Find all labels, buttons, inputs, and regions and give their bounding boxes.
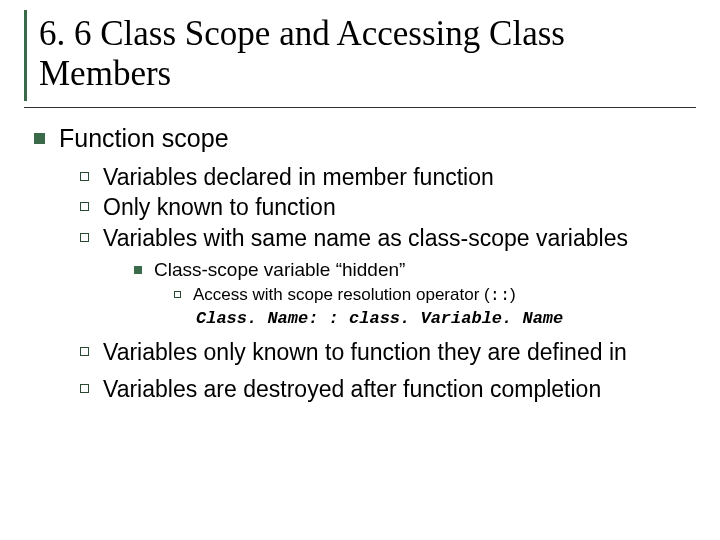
list-item: Variables are destroyed after function c… bbox=[80, 375, 696, 404]
hollow-square-bullet-icon bbox=[80, 202, 89, 211]
title-accent-bar: 6. 6 Class Scope and Accessing Class Mem… bbox=[24, 10, 696, 101]
slide-title: 6. 6 Class Scope and Accessing Class Mem… bbox=[39, 14, 696, 95]
list-item-label: Variables declared in member function bbox=[103, 163, 494, 192]
list-item: Variables declared in member function bbox=[80, 163, 696, 192]
list-item-label: Only known to function bbox=[103, 193, 336, 222]
hollow-square-bullet-icon bbox=[80, 172, 89, 181]
list-item: Class-scope variable “hidden” bbox=[134, 259, 696, 281]
slide: 6. 6 Class Scope and Accessing Class Mem… bbox=[0, 0, 720, 540]
square-bullet-icon bbox=[134, 266, 142, 274]
list-item-label: Class-scope variable “hidden” bbox=[154, 259, 405, 281]
list-item: Variables with same name as class-scope … bbox=[80, 224, 696, 253]
list-item: Only known to function bbox=[80, 193, 696, 222]
square-bullet-icon bbox=[34, 133, 45, 144]
list-item-label: Variables are destroyed after function c… bbox=[103, 375, 601, 404]
hollow-square-bullet-icon bbox=[80, 347, 89, 356]
code-inline: :: bbox=[490, 286, 510, 305]
list-item: Variables only known to function they ar… bbox=[80, 338, 696, 367]
code-example: Class. Name: : class. Variable. Name bbox=[196, 309, 696, 328]
text-fragment: Access with scope resolution operator ( bbox=[193, 285, 490, 304]
list-item-label: Variables only known to function they ar… bbox=[103, 338, 627, 367]
list-item-label: Variables with same name as class-scope … bbox=[103, 224, 628, 253]
list-item: Access with scope resolution operator (:… bbox=[174, 285, 696, 305]
list-item: Function scope bbox=[34, 124, 696, 153]
hollow-square-bullet-icon bbox=[80, 233, 89, 242]
list-item-label: Access with scope resolution operator (:… bbox=[193, 285, 516, 305]
title-underline bbox=[24, 107, 696, 108]
text-fragment: ) bbox=[510, 285, 516, 304]
hollow-square-bullet-icon bbox=[174, 291, 181, 298]
hollow-square-bullet-icon bbox=[80, 384, 89, 393]
list-item-label: Function scope bbox=[59, 124, 229, 153]
